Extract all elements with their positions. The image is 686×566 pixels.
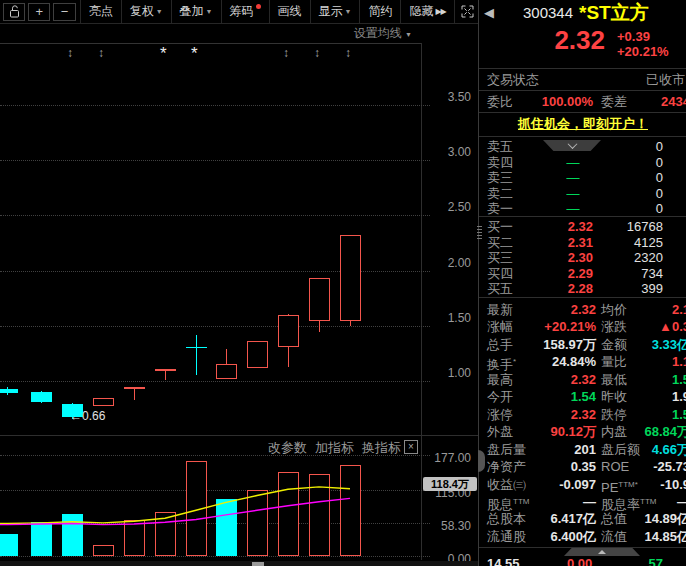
stat-value: 4.66万 bbox=[652, 441, 686, 458]
chevron-down-icon bbox=[567, 139, 577, 149]
volume-gridline bbox=[0, 556, 430, 557]
bid-row-2[interactable]: 买二2.314125 bbox=[479, 235, 686, 251]
volume-bar bbox=[309, 474, 330, 556]
price-axis-label: 2.00 bbox=[425, 256, 471, 270]
ask-label: 卖二 bbox=[487, 186, 513, 202]
zoom-out-button[interactable]: − bbox=[53, 3, 75, 21]
stat-value: 1.5 bbox=[672, 406, 686, 423]
price-axis-label: 3.00 bbox=[425, 145, 471, 159]
stat-label: 涨停 bbox=[487, 406, 513, 423]
stats-row: 净资产0.35ROE-25.73 bbox=[479, 458, 686, 475]
stat-label: 总值 bbox=[601, 510, 627, 527]
toolbar-adjust-button[interactable]: 复权▼ bbox=[122, 0, 172, 23]
toolbar-simple-button[interactable]: 简约 bbox=[360, 0, 401, 23]
ask-row-2[interactable]: 卖二—0 bbox=[479, 186, 686, 202]
collapse-panel-tab[interactable] bbox=[564, 548, 640, 556]
volume-gridline bbox=[0, 455, 430, 456]
close-icon[interactable]: × bbox=[404, 440, 418, 454]
toolbar-highlights-button[interactable]: 亮点 bbox=[80, 0, 122, 23]
stat-value: 6.417亿 bbox=[519, 510, 596, 527]
volume-pane-header: 改参数 加指标 换指标 bbox=[0, 439, 421, 455]
ask-row-1[interactable]: 卖一—0 bbox=[479, 201, 686, 217]
ask-label: 卖五 bbox=[487, 139, 513, 155]
weibi-value: 100.00% bbox=[519, 93, 593, 110]
stat-label: 盘后额 bbox=[601, 441, 640, 458]
weicha-value: 2434 bbox=[661, 93, 686, 110]
stats-row: 最高2.32最低1.5 bbox=[479, 371, 686, 388]
stat-value: 14.85亿 bbox=[644, 528, 686, 545]
stats-row: 盘后量201盘后额4.66万 bbox=[479, 441, 686, 458]
ask-qty: 0 bbox=[656, 139, 663, 155]
volume-bar bbox=[124, 520, 145, 556]
panel-collapse-handle[interactable] bbox=[478, 450, 485, 472]
ask-row-3[interactable]: 卖三—0 bbox=[479, 170, 686, 186]
orderbook-collapse-tab[interactable] bbox=[543, 140, 601, 151]
trading-status-row: 交易状态 已收市 bbox=[479, 71, 686, 88]
toolbar-chips-button[interactable]: 筹码 bbox=[222, 0, 270, 23]
stat-value: 2.32 bbox=[519, 406, 596, 423]
divider bbox=[0, 43, 421, 44]
ask-row-5[interactable]: 卖五0 bbox=[479, 139, 686, 155]
bid-price: 2.29 bbox=[539, 266, 593, 282]
scrollbar-thumb[interactable] bbox=[252, 562, 264, 566]
stat-label: 涨幅 bbox=[487, 318, 513, 335]
ask-row-4[interactable]: 卖四—0 bbox=[479, 155, 686, 171]
updown-arrows-icon: ↕ bbox=[67, 46, 73, 60]
stat-value: 1.54 bbox=[519, 388, 596, 405]
bid-label: 买一 bbox=[487, 219, 513, 235]
tick-price: 0.00 bbox=[567, 556, 592, 566]
bid-row-3[interactable]: 买三2.302320 bbox=[479, 250, 686, 266]
updown-arrows-icon: ↕ bbox=[345, 46, 351, 60]
panel-resize-grip[interactable] bbox=[477, 226, 482, 240]
candlestick bbox=[309, 278, 330, 321]
toolbar-drawline-button[interactable]: 画线 bbox=[270, 0, 311, 23]
stat-label: 总手 bbox=[487, 336, 513, 353]
open-account-link[interactable]: 抓住机会，即刻开户！ bbox=[479, 115, 686, 133]
stat-label: 均价 bbox=[601, 301, 627, 318]
axis-divider bbox=[421, 43, 422, 560]
fullscreen-icon[interactable] bbox=[458, 4, 478, 20]
toolbar-overlay-button[interactable]: 叠加▼ bbox=[172, 0, 222, 23]
stat-value: — bbox=[519, 493, 596, 510]
stat-value: 0.35 bbox=[519, 458, 596, 475]
divider bbox=[479, 68, 686, 69]
bid-row-1[interactable]: 买一2.3216768 bbox=[479, 219, 686, 235]
trade-tick-row: 14.55 0.00 57 bbox=[479, 556, 686, 566]
bid-label: 买五 bbox=[487, 281, 513, 297]
candlestick bbox=[216, 364, 237, 378]
stat-label: 昨收 bbox=[601, 388, 627, 405]
chevron-down-icon: ▼ bbox=[156, 8, 163, 15]
bid-row-5[interactable]: 买五2.28399 bbox=[479, 281, 686, 297]
star-icon: * bbox=[160, 44, 167, 64]
toolbar-hide-button[interactable]: 隐藏▶▶ bbox=[401, 0, 454, 23]
stats-row: 总手158.97万金额3.33亿 bbox=[479, 336, 686, 353]
stat-value: -10.9 bbox=[660, 476, 686, 493]
candlestick bbox=[340, 235, 361, 321]
volume-bar bbox=[247, 490, 268, 556]
chevron-down-icon: ▼ bbox=[405, 31, 412, 38]
stats-row: 股息TTM—股息率TTM— bbox=[479, 493, 686, 510]
stat-value: 201 bbox=[519, 441, 596, 458]
divider bbox=[479, 297, 686, 298]
updown-arrows-icon: ↕ bbox=[283, 46, 289, 60]
volume-bar bbox=[93, 545, 114, 556]
stat-value: ▲0.3 bbox=[659, 318, 686, 335]
bid-row-4[interactable]: 买四2.29734 bbox=[479, 266, 686, 282]
ask-label: 卖四 bbox=[487, 155, 513, 171]
ma-settings-button[interactable]: 设置均线 ▼ bbox=[0, 25, 412, 42]
stats-row: 流通股6.400亿流值14.85亿 bbox=[479, 528, 686, 545]
divider bbox=[479, 216, 686, 217]
scrollbar-track[interactable] bbox=[0, 561, 478, 566]
zoom-in-button[interactable]: + bbox=[28, 3, 50, 21]
candlestick bbox=[186, 347, 207, 348]
latest-volume-badge: 118.4万 bbox=[423, 477, 477, 491]
stat-label: 今开 bbox=[487, 388, 513, 405]
toolbar-display-button[interactable]: 显示▼ bbox=[311, 0, 361, 23]
price-change-percent: +20.21% bbox=[617, 44, 669, 59]
lock-icon[interactable] bbox=[3, 3, 25, 21]
stats-row: 换手*24.84%量比1.1 bbox=[479, 353, 686, 370]
stats-row: 涨停2.32跌停1.5 bbox=[479, 406, 686, 423]
stat-label: 最高 bbox=[487, 371, 513, 388]
back-arrow-icon[interactable]: ◀ bbox=[484, 5, 494, 20]
ask-price-empty: — bbox=[551, 170, 595, 186]
